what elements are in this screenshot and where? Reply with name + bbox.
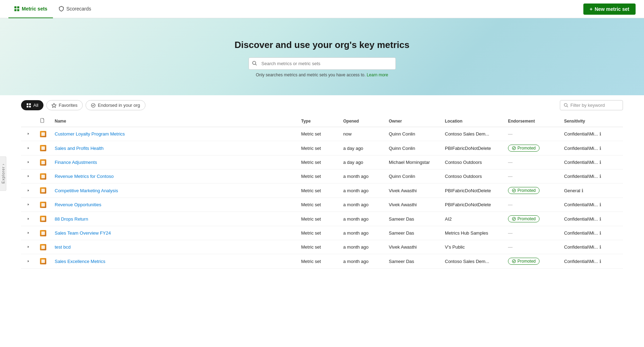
row-name[interactable]: test bcd: [55, 244, 71, 250]
row-name[interactable]: Sales and Profits Health: [55, 146, 103, 151]
sensitivity-info-icon[interactable]: ℹ: [599, 230, 601, 236]
row-name-cell: Sales Team Overview FY24: [50, 226, 297, 240]
row-name[interactable]: Revenue Metrics for Contoso: [55, 174, 114, 179]
row-sensitivity-cell: Confidential\Mi...ℹ: [560, 212, 623, 226]
all-icon: [26, 103, 31, 108]
search-input[interactable]: [249, 57, 396, 70]
row-expand-btn[interactable]: [25, 201, 32, 208]
filter-keyword-container[interactable]: Filter by keyword: [560, 100, 623, 110]
table-header-row: Name Type Opened Owner Location Endorsem…: [21, 115, 623, 127]
filter-tab-favorites[interactable]: Favorites: [46, 100, 82, 110]
promoted-badge: Promoted: [508, 258, 540, 265]
row-name[interactable]: 88 Drops Return: [55, 216, 88, 222]
col-owner-header: Owner: [385, 115, 441, 127]
row-name[interactable]: Customer Loyalty Program Metrics: [55, 131, 125, 137]
row-name-cell: Customer Loyalty Program Metrics: [50, 127, 297, 141]
sensitivity-info-icon[interactable]: ℹ: [599, 216, 601, 222]
row-location-cell: PBIFabricDoNotDelete: [441, 198, 504, 212]
row-location-cell: AI2: [441, 212, 504, 226]
sensitivity-info-icon[interactable]: ℹ: [599, 202, 601, 207]
row-expand-btn[interactable]: [25, 216, 32, 222]
tab-metric-sets[interactable]: Metric sets: [8, 0, 53, 18]
sensitivity-info-icon[interactable]: ℹ: [599, 259, 601, 264]
row-name[interactable]: Revenue Opportunities: [55, 202, 101, 207]
sensitivity-info-icon[interactable]: ℹ: [599, 244, 601, 250]
row-sensitivity-cell: Confidential\Mi...ℹ: [560, 198, 623, 212]
new-metric-plus-icon: +: [590, 6, 592, 12]
new-metric-set-button[interactable]: + New metric set: [583, 4, 636, 15]
filter-tab-all[interactable]: All: [21, 100, 43, 110]
endorsement-dash: —: [508, 131, 513, 137]
nav-tabs: Metric sets Scorecards: [8, 0, 97, 18]
promoted-icon: [512, 146, 516, 150]
row-icon-cell: [36, 240, 50, 254]
search-hint: Only searches metrics and metric sets yo…: [256, 72, 388, 77]
row-opened-cell: a day ago: [339, 155, 385, 169]
svg-rect-0: [14, 6, 16, 8]
row-sensitivity-cell: Confidential\Mi...ℹ: [560, 254, 623, 269]
svg-marker-21: [28, 203, 29, 206]
svg-rect-8: [27, 106, 28, 107]
row-expand-btn[interactable]: [25, 159, 32, 166]
sensitivity-info-icon[interactable]: ℹ: [582, 188, 583, 193]
row-owner-cell: Quinn Conlin: [385, 169, 441, 183]
row-expand-btn[interactable]: [25, 244, 32, 250]
row-location-cell: V's Public: [441, 240, 504, 254]
row-opened-cell: a month ago: [339, 212, 385, 226]
row-location-cell: PBIFabricDoNotDelete: [441, 141, 504, 155]
row-type-cell: Metric set: [297, 226, 339, 240]
row-opened-cell: a month ago: [339, 226, 385, 240]
sensitivity-info-icon[interactable]: ℹ: [599, 131, 601, 137]
row-expand-btn[interactable]: [25, 258, 32, 265]
col-endorsement-header: Endorsement: [504, 115, 560, 127]
row-type-cell: Metric set: [297, 198, 339, 212]
sensitivity-info-icon[interactable]: ℹ: [599, 174, 601, 179]
row-endorsement-cell: —: [504, 155, 560, 169]
row-expand-btn[interactable]: [25, 230, 32, 236]
search-container: [249, 57, 396, 70]
row-opened-cell: a day ago: [339, 141, 385, 155]
row-name[interactable]: Finance Adjustments: [55, 160, 97, 165]
row-endorsement-cell: —: [504, 198, 560, 212]
sensitivity-info-icon[interactable]: ℹ: [599, 146, 601, 151]
row-name-cell: Finance Adjustments: [50, 155, 297, 169]
row-expand-btn[interactable]: [25, 173, 32, 180]
row-type-cell: Metric set: [297, 141, 339, 155]
endorsement-dash: —: [508, 230, 513, 236]
row-expand-cell: [21, 127, 36, 141]
row-expand-cell: [21, 198, 36, 212]
row-endorsement-cell: Promoted: [504, 183, 560, 198]
filter-tab-endorsed[interactable]: Endorsed in your org: [86, 100, 145, 110]
row-type-cell: Metric set: [297, 127, 339, 141]
row-icon-cell: [36, 212, 50, 226]
row-location-cell: Contoso Sales Dem...: [441, 254, 504, 269]
row-type-cell: Metric set: [297, 240, 339, 254]
star-icon: [52, 103, 56, 108]
svg-line-13: [567, 106, 568, 107]
promoted-icon: [512, 259, 516, 263]
row-name[interactable]: Competitive Marketing Analysis: [55, 188, 118, 193]
row-expand-btn[interactable]: [25, 145, 32, 152]
table-row: 88 Drops Return Metric set a month ago S…: [21, 212, 623, 226]
row-expand-btn[interactable]: [25, 131, 32, 137]
row-endorsement-cell: Promoted: [504, 254, 560, 269]
table-row: Customer Loyalty Program Metrics Metric …: [21, 127, 623, 141]
svg-rect-9: [29, 106, 31, 107]
row-endorsement-cell: —: [504, 169, 560, 183]
row-name[interactable]: Sales Team Overview FY24: [55, 230, 111, 236]
col-expand-header: [21, 115, 36, 127]
new-metric-set-label: New metric set: [595, 6, 629, 12]
table-row: test bcd Metric set a month ago Vivek Aw…: [21, 240, 623, 254]
row-name[interactable]: Sales Excellence Metrics: [55, 259, 106, 264]
tab-scorecards[interactable]: Scorecards: [53, 0, 97, 18]
row-owner-cell: Michael Morningstar: [385, 155, 441, 169]
hero-title: Discover and use your org's key metrics: [235, 40, 409, 50]
row-icon-cell: [36, 155, 50, 169]
row-name-cell: Sales and Profits Health: [50, 141, 297, 155]
row-endorsement-cell: —: [504, 127, 560, 141]
svg-marker-14: [28, 133, 29, 135]
sensitivity-info-icon[interactable]: ℹ: [599, 160, 601, 165]
learn-more-link[interactable]: Learn more: [367, 72, 388, 77]
row-expand-btn[interactable]: [25, 187, 32, 194]
explorer-sidebar-toggle[interactable]: › Explorer: [0, 156, 6, 191]
